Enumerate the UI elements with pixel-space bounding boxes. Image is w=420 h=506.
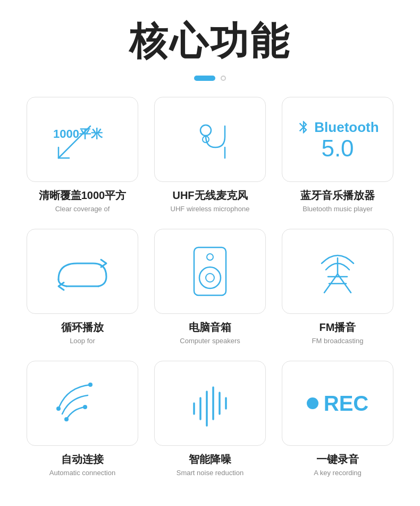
icon-box-speakers <box>154 229 266 314</box>
pagination-dot-inactive[interactable] <box>221 76 226 81</box>
svg-point-10 <box>206 273 214 282</box>
feature-coverage-title-cn: 清晰覆盖1000平方 <box>39 188 127 203</box>
svg-point-9 <box>199 267 221 288</box>
bluetooth-symbol-icon <box>296 120 311 135</box>
fm-icon <box>306 242 369 301</box>
svg-point-4 <box>200 125 211 136</box>
icon-box-fm <box>282 229 393 314</box>
icon-box-auto-connect <box>27 361 138 446</box>
feature-speakers-title-cn: 电脑音箱 <box>189 320 231 335</box>
bluetooth-row: Bluetooth <box>296 119 379 136</box>
feature-uhf-mic-title-en: UHF wireless microphone <box>171 205 250 213</box>
feature-recording: REC 一键录音 A key recording <box>282 361 393 477</box>
feature-loop-title-en: Loop for <box>70 337 95 345</box>
bluetooth-text: Bluetooth <box>314 119 379 136</box>
rec-dot <box>307 397 318 409</box>
feature-auto-connect: 自动连接 Automatic connection <box>27 361 138 477</box>
bluetooth-version: 5.0 <box>321 137 354 160</box>
uhf-mic-icon <box>183 110 237 169</box>
rec-text: REC <box>324 392 368 416</box>
feature-auto-connect-title-cn: 自动连接 <box>61 452 104 467</box>
feature-speakers: 电脑音箱 Computer speakers <box>154 229 266 345</box>
page-title: 核心功能 <box>129 16 291 67</box>
svg-point-19 <box>64 417 69 421</box>
icon-box-noise-reduction <box>154 361 266 446</box>
feature-bluetooth-title-en: Bluetooth music player <box>303 205 373 213</box>
auto-connect-icon <box>51 374 114 433</box>
feature-fm-title-cn: FM播音 <box>320 320 356 335</box>
feature-bluetooth: Bluetooth 5.0 蓝牙音乐播放器 Bluetooth music pl… <box>282 97 393 213</box>
icon-box-coverage: 1000平米 <box>27 97 138 182</box>
feature-speakers-title-en: Computer speakers <box>180 337 240 345</box>
bluetooth-content: Bluetooth 5.0 <box>296 119 379 160</box>
svg-point-18 <box>83 405 87 409</box>
icon-box-recording: REC <box>282 361 393 446</box>
feature-fm-title-en: FM broadcasting <box>312 337 364 345</box>
recording-content: REC <box>307 392 368 416</box>
coverage-icon: 1000平米 <box>48 110 117 169</box>
feature-auto-connect-title-en: Automatic connection <box>49 469 115 477</box>
feature-coverage-title-en: Clear coverage of <box>55 205 110 213</box>
feature-uhf-mic-title-cn: UHF无线麦克风 <box>172 188 247 203</box>
feature-recording-title-cn: 一键录音 <box>316 452 359 467</box>
feature-loop: 循环播放 Loop for <box>27 229 138 345</box>
svg-point-8 <box>207 254 213 260</box>
svg-point-16 <box>56 407 61 411</box>
feature-noise-reduction-title-cn: 智能降噪 <box>189 452 231 467</box>
feature-fm: FM播音 FM broadcasting <box>282 229 393 345</box>
pagination <box>194 76 226 81</box>
speakers-icon <box>186 242 234 301</box>
icon-box-bluetooth: Bluetooth 5.0 <box>282 97 393 182</box>
icon-box-loop <box>27 229 138 314</box>
feature-noise-reduction: 智能降噪 Smart noise reduction <box>154 361 266 477</box>
noise-reduction-icon <box>178 377 242 430</box>
feature-uhf-mic: UHF无线麦克风 UHF wireless microphone <box>154 97 266 213</box>
loop-icon <box>45 250 120 293</box>
icon-box-uhf-mic <box>154 97 266 182</box>
feature-bluetooth-title-cn: 蓝牙音乐播放器 <box>300 188 375 203</box>
features-grid: 1000平米 清晰覆盖1000平方 Clear coverage of UHF无… <box>27 97 393 477</box>
feature-coverage: 1000平米 清晰覆盖1000平方 Clear coverage of <box>27 97 138 213</box>
svg-point-17 <box>88 383 93 387</box>
feature-noise-reduction-title-en: Smart noise reduction <box>177 469 243 477</box>
feature-loop-title-cn: 循环播放 <box>61 320 104 335</box>
pagination-dot-active[interactable] <box>194 76 215 81</box>
feature-recording-title-en: A key recording <box>314 469 362 477</box>
